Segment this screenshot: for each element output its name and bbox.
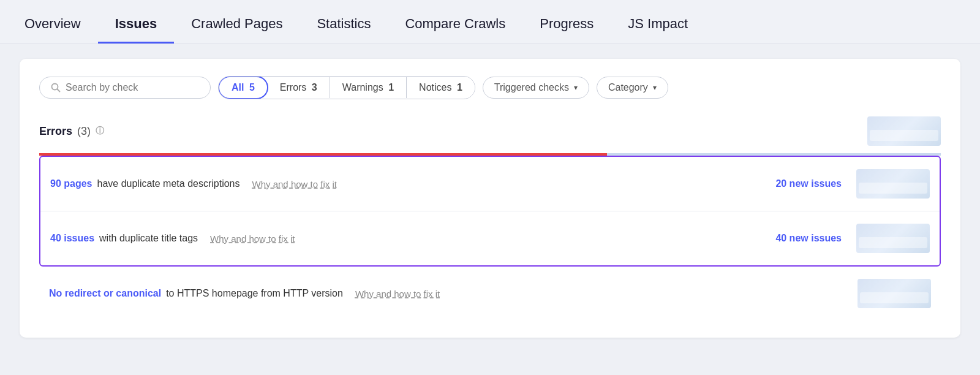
filter-pills: All 5 Errors 3 Warnings 1 Notices 1 xyxy=(218,76,475,99)
search-box[interactable] xyxy=(39,77,211,99)
sparkline-row-1 xyxy=(856,169,930,199)
why-fix-link-2[interactable]: Why and how to fix it xyxy=(210,233,295,244)
nav-item-statistics[interactable]: Statistics xyxy=(300,16,388,44)
search-input[interactable] xyxy=(66,82,199,93)
nav-item-issues[interactable]: Issues xyxy=(98,16,175,44)
top-navigation: Overview Issues Crawled Pages Statistics… xyxy=(0,0,980,44)
info-icon[interactable]: ⓘ xyxy=(96,126,104,137)
sparkline-row-2 xyxy=(856,224,930,253)
filter-bar: All 5 Errors 3 Warnings 1 Notices 1 Trig… xyxy=(39,76,941,99)
filter-pill-notices[interactable]: Notices 1 xyxy=(407,77,475,98)
search-icon xyxy=(51,83,61,93)
nav-item-overview[interactable]: Overview xyxy=(24,16,98,44)
section-title: Errors (3) ⓘ xyxy=(39,125,104,138)
filter-pill-errors[interactable]: Errors 3 xyxy=(268,77,330,98)
new-issues-count-1: 20 new issues xyxy=(750,178,842,189)
svg-line-1 xyxy=(58,89,60,92)
table-row[interactable]: 40 issues with duplicate title tags Why … xyxy=(40,211,940,265)
issue-link-2[interactable]: 40 issues xyxy=(50,233,94,244)
table-row[interactable]: 90 pages have duplicate meta description… xyxy=(40,157,940,211)
category-dropdown[interactable]: Category ▾ xyxy=(597,77,668,99)
sparkline-row-3 xyxy=(858,279,931,308)
new-issues-count-2: 40 new issues xyxy=(750,233,842,244)
selected-issues-group: 90 pages have duplicate meta description… xyxy=(39,156,941,267)
filter-pill-all[interactable]: All 5 xyxy=(218,76,268,99)
issue-description-1: have duplicate meta descriptions xyxy=(97,178,239,189)
nav-item-progress[interactable]: Progress xyxy=(522,16,611,44)
nav-item-compare-crawls[interactable]: Compare Crawls xyxy=(388,16,522,44)
nav-item-js-impact[interactable]: JS Impact xyxy=(611,16,705,44)
errors-section-header: Errors (3) ⓘ xyxy=(39,116,941,146)
issue-description-3: to HTTPS homepage from HTTP version xyxy=(166,288,343,299)
issue-description-2: with duplicate title tags xyxy=(99,233,198,244)
why-fix-link-1[interactable]: Why and how to fix it xyxy=(252,179,337,189)
chevron-down-icon: ▾ xyxy=(653,83,657,92)
filter-pill-warnings[interactable]: Warnings 1 xyxy=(330,77,407,98)
issue-link-1[interactable]: 90 pages xyxy=(50,178,92,189)
issue-link-3[interactable]: No redirect or canonical xyxy=(49,288,161,299)
why-fix-link-3[interactable]: Why and how to fix it xyxy=(355,289,440,299)
table-row[interactable]: No redirect or canonical to HTTPS homepa… xyxy=(39,267,941,320)
issue-text-1: 90 pages have duplicate meta description… xyxy=(50,178,750,189)
nav-item-crawled-pages[interactable]: Crawled Pages xyxy=(174,16,300,44)
issues-section: 90 pages have duplicate meta description… xyxy=(39,153,941,320)
issue-text-3: No redirect or canonical to HTTPS homepa… xyxy=(49,288,858,299)
issue-text-2: 40 issues with duplicate title tags Why … xyxy=(50,233,750,244)
triggered-checks-dropdown[interactable]: Triggered checks ▾ xyxy=(483,77,589,99)
main-content: All 5 Errors 3 Warnings 1 Notices 1 Trig… xyxy=(20,59,960,338)
chevron-down-icon: ▾ xyxy=(574,83,578,92)
sparkline-header xyxy=(867,116,941,146)
